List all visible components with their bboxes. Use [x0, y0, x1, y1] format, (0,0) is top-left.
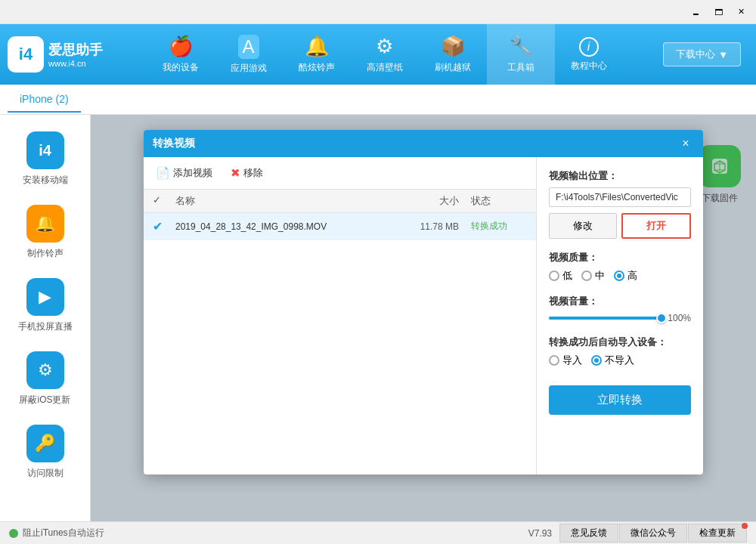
modify-button[interactable]: 修改: [549, 213, 617, 239]
info-icon: i: [579, 37, 599, 57]
apple-icon: 🍎: [169, 35, 193, 58]
sidebar: i4 安装移动端 🔔 制作铃声 ▶ 手机投屏直播 ⚙ 屏蔽iOS更新 🔑 访问限…: [0, 115, 91, 521]
ringtone-icon: 🔔: [305, 35, 329, 58]
status-left: 阻止iTunes自动运行: [9, 527, 528, 539]
update-button[interactable]: 检查更新: [688, 524, 747, 542]
version-tag: V7.93: [528, 528, 552, 539]
sidebar-item-block-ios[interactable]: ⚙ 屏蔽iOS更新: [0, 342, 90, 416]
logo-url: www.i4.cn: [48, 59, 103, 68]
install-mobile-icon: i4: [26, 131, 64, 169]
download-arrow-icon: ▼: [718, 49, 728, 60]
dialog-right-panel: 视频输出位置： F:\i4Tools7\Files\ConvertedVic 修…: [537, 157, 703, 474]
import-options: 导入 不导入: [549, 354, 691, 367]
nav-item-app-games[interactable]: A 应用游戏: [215, 24, 283, 85]
add-video-button[interactable]: 📄 添加视频: [153, 165, 215, 181]
nav-bar: i4 爱思助手 www.i4.cn 🍎 我的设备 A 应用游戏 🔔 酷炫铃声 ⚙…: [0, 24, 756, 85]
volume-display: 100%: [668, 313, 691, 323]
radio-import-icon: [549, 355, 559, 366]
wallpaper-icon: ⚙: [376, 35, 393, 58]
nav-item-tutorials[interactable]: i 教程中心: [555, 24, 623, 85]
sidebar-item-access-limit[interactable]: 🔑 访问限制: [0, 416, 90, 489]
dialog-title: 转换视频: [153, 137, 195, 150]
dialog-overlay: 转换视频 × 📄 添加视频 ✖ 移: [91, 115, 756, 521]
path-buttons: 修改 打开: [549, 213, 691, 239]
title-bar: 🗕 🗖 ✕: [0, 0, 756, 24]
remove-icon: ✖: [231, 166, 240, 180]
remove-button[interactable]: ✖ 移除: [228, 165, 266, 181]
nav-item-my-device[interactable]: 🍎 我的设备: [147, 24, 215, 85]
output-section: 视频输出位置： F:\i4Tools7\Files\ConvertedVic 修…: [549, 169, 691, 239]
itunes-message: 阻止iTunes自动运行: [23, 527, 104, 539]
import-no[interactable]: 不导入: [591, 354, 634, 367]
quality-low[interactable]: 低: [549, 269, 572, 283]
nav-item-ringtones[interactable]: 🔔 酷炫铃声: [283, 24, 351, 85]
convert-button[interactable]: 立即转换: [549, 385, 691, 415]
slider-fill: [549, 317, 662, 320]
app-icon: A: [238, 35, 259, 59]
table-header: ✓ 名称 大小 状态: [144, 190, 536, 213]
sidebar-item-install-mobile[interactable]: i4 安装移动端: [0, 122, 90, 196]
status-indicator: [9, 529, 18, 538]
radio-high-icon: [614, 270, 624, 281]
add-icon: 📄: [156, 166, 170, 180]
radio-low-icon: [549, 270, 559, 281]
sidebar-item-screen-mirror[interactable]: ▶ 手机投屏直播: [0, 269, 90, 342]
logo-name: 爱思助手: [48, 41, 103, 59]
quality-section: 视频质量： 低 中: [549, 251, 691, 283]
jailbreak-icon: 📦: [441, 35, 465, 58]
status-bar: 阻止iTunes自动运行 V7.93 意见反馈 微信公众号 检查更新: [0, 521, 756, 544]
check-col-header: ✓: [153, 194, 175, 208]
table-row[interactable]: ✔ 2019_04_28_13_42_IMG_0998.MOV 11.78 MB…: [144, 213, 536, 240]
size-col-header: 大小: [391, 194, 459, 208]
radio-dot: [617, 274, 621, 278]
output-label: 视频输出位置：: [549, 169, 691, 183]
row-check-icon: ✔: [153, 219, 175, 233]
nav-item-jailbreak[interactable]: 📦 刷机越狱: [419, 24, 487, 85]
window-controls: 🗕 🗖 ✕: [685, 4, 751, 20]
make-ringtone-icon: 🔔: [26, 205, 64, 243]
name-col-header: 名称: [175, 194, 391, 208]
import-yes[interactable]: 导入: [549, 354, 582, 367]
import-section: 转换成功后自动导入设备： 导入 不导入: [549, 335, 691, 367]
dialog-close-button[interactable]: ×: [677, 135, 694, 152]
convert-video-dialog: 转换视频 × 📄 添加视频 ✖ 移: [144, 130, 703, 474]
volume-label: 视频音量：: [549, 295, 691, 308]
main-content: i4 安装移动端 🔔 制作铃声 ▶ 手机投屏直播 ⚙ 屏蔽iOS更新 🔑 访问限…: [0, 115, 756, 521]
volume-section: 视频音量： 100%: [549, 295, 691, 323]
slider-thumb[interactable]: [656, 313, 667, 323]
nav-items: 🍎 我的设备 A 应用游戏 🔔 酷炫铃声 ⚙ 高清壁纸 📦 刷机越狱 🔧 工具箱…: [106, 24, 663, 85]
block-ios-icon: ⚙: [26, 351, 64, 389]
toolbox-icon: 🔧: [509, 35, 533, 58]
minimize-button[interactable]: 🗕: [685, 4, 706, 20]
radio-medium-icon: [581, 270, 592, 281]
quality-label: 视频质量：: [549, 251, 691, 264]
file-name: 2019_04_28_13_42_IMG_0998.MOV: [175, 221, 391, 232]
logo-text: 爱思助手 www.i4.cn: [48, 41, 103, 68]
radio-dot-no: [594, 358, 599, 363]
file-size: 11.78 MB: [391, 221, 459, 232]
access-limit-icon: 🔑: [26, 425, 64, 462]
wechat-button[interactable]: 微信公众号: [619, 524, 687, 542]
update-badge: [742, 523, 748, 529]
sidebar-item-make-ringtone[interactable]: 🔔 制作铃声: [0, 196, 90, 269]
quality-high[interactable]: 高: [614, 269, 637, 283]
nav-item-wallpapers[interactable]: ⚙ 高清壁纸: [351, 24, 419, 85]
status-col-header: 状态: [459, 194, 527, 208]
file-status: 转换成功: [459, 220, 527, 233]
download-center-button[interactable]: 下载中心 ▼: [663, 42, 741, 66]
tab-bar: iPhone (2): [0, 85, 756, 115]
status-buttons: 意见反馈 微信公众号 检查更新: [559, 524, 747, 542]
dialog-left-panel: 📄 添加视频 ✖ 移除 ✓ 名称: [144, 157, 537, 474]
tab-iphone[interactable]: iPhone (2): [8, 87, 81, 113]
quality-medium[interactable]: 中: [581, 269, 605, 283]
file-table: ✓ 名称 大小 状态 ✔ 2019_04_28_13_42_IMG_0998.M…: [144, 190, 536, 474]
feedback-button[interactable]: 意见反馈: [559, 524, 618, 542]
slider-track[interactable]: [549, 317, 662, 320]
volume-slider-row: 100%: [549, 313, 691, 323]
maximize-button[interactable]: 🗖: [708, 4, 729, 20]
output-path: F:\i4Tools7\Files\ConvertedVic: [549, 187, 691, 207]
nav-item-toolbox[interactable]: 🔧 工具箱: [487, 24, 555, 85]
close-button[interactable]: ✕: [730, 4, 751, 20]
open-button[interactable]: 打开: [621, 213, 691, 239]
screen-mirror-icon: ▶: [26, 278, 64, 316]
